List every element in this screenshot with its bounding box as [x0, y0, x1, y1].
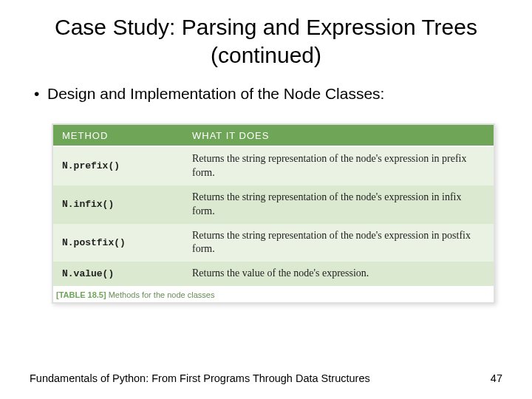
cell-method: N.postfix() [53, 231, 183, 255]
table-header-row: METHOD WHAT IT DOES [53, 125, 494, 147]
table-row: N.postfix() Returns the string represent… [53, 224, 494, 262]
table-caption: [TABLE 18.5] Methods for the node classe… [53, 286, 217, 302]
cell-desc: Returns the string representation of the… [183, 147, 494, 185]
table-header-method: METHOD [53, 125, 183, 146]
table-caption-label: [TABLE 18.5] [56, 290, 106, 299]
bullet-item: •Design and Implementation of the Node C… [34, 85, 502, 103]
table-row: N.prefix() Returns the string representa… [53, 147, 494, 185]
slide-title: Case Study: Parsing and Expression Trees… [30, 13, 502, 69]
bullet-text: Design and Implementation of the Node Cl… [47, 85, 384, 102]
footer-text: Fundamentals of Python: From First Progr… [30, 372, 370, 384]
table-row: N.infix() Returns the string representat… [53, 185, 494, 224]
table-header-desc: WHAT IT DOES [183, 125, 494, 146]
table-row: N.value() Returns the value of the node'… [53, 262, 494, 286]
bullet-dot: • [34, 85, 47, 103]
table-caption-row: [TABLE 18.5] Methods for the node classe… [53, 286, 494, 302]
cell-method: N.value() [53, 262, 183, 286]
slide-footer: Fundamentals of Python: From First Progr… [30, 372, 502, 384]
cell-desc: Returns the string representation of the… [183, 185, 494, 224]
cell-desc: Returns the string representation of the… [183, 224, 494, 262]
cell-method: N.prefix() [53, 154, 183, 178]
cell-method: N.infix() [53, 193, 183, 216]
methods-table: METHOD WHAT IT DOES N.prefix() Returns t… [52, 123, 495, 304]
cell-desc: Returns the value of the node's expressi… [183, 262, 494, 286]
table-caption-text: Methods for the node classes [106, 290, 215, 299]
page-number: 47 [491, 372, 502, 384]
